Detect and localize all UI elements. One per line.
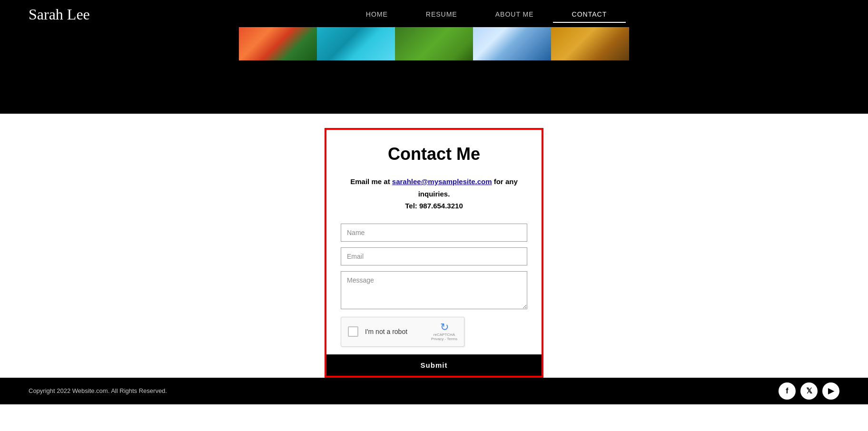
banner-golf (395, 27, 473, 60)
black-spacer (0, 66, 868, 114)
main-nav: HOME RESUME ABOUT ME CONTACT (133, 7, 839, 23)
nav-contact[interactable]: CONTACT (553, 7, 626, 23)
header-top: Sarah Lee HOME RESUME ABOUT ME CONTACT (29, 0, 839, 27)
header: Sarah Lee HOME RESUME ABOUT ME CONTACT (0, 0, 868, 66)
email-input[interactable] (341, 247, 527, 265)
recaptcha-sub: Privacy - Terms (431, 337, 457, 342)
banner-tulips (239, 27, 317, 60)
recaptcha-label: I'm not a robot (365, 328, 426, 335)
recaptcha-widget: I'm not a robot ↻ reCAPTCHA Privacy - Te… (341, 317, 464, 347)
footer-copyright: Copyright 2022 Website.com. All Rights R… (29, 387, 167, 394)
twitter-icon[interactable]: 𝕏 (800, 382, 818, 400)
banner-pool (317, 27, 395, 60)
nav-home[interactable]: HOME (347, 7, 407, 23)
social-icons: f 𝕏 ▶ (779, 382, 839, 400)
recaptcha-icon: ↻ (440, 322, 449, 333)
submit-button[interactable]: Submit (326, 354, 542, 376)
footer: Copyright 2022 Website.com. All Rights R… (0, 378, 868, 404)
name-input[interactable] (341, 224, 527, 242)
recaptcha-checkbox[interactable] (348, 326, 358, 337)
contact-title: Contact Me (341, 144, 527, 164)
banner-strip (239, 27, 629, 60)
tel-label: Tel: 987.654.3210 (405, 202, 463, 210)
message-input[interactable] (341, 271, 527, 309)
contact-info: Email me at sarahlee@mysamplesite.com fo… (341, 176, 527, 212)
banner-skiing (473, 27, 551, 60)
site-title: Sarah Lee (29, 6, 133, 23)
email-prefix: Email me at (350, 177, 392, 186)
facebook-icon[interactable]: f (779, 382, 796, 400)
main-content: Contact Me Email me at sarahlee@mysample… (0, 114, 868, 378)
banner-fishing (551, 27, 629, 60)
youtube-icon[interactable]: ▶ (822, 382, 839, 400)
nav-about[interactable]: ABOUT ME (476, 7, 553, 23)
nav-resume[interactable]: RESUME (407, 7, 476, 23)
recaptcha-brand: reCAPTCHA (434, 333, 455, 337)
recaptcha-logo: ↻ reCAPTCHA Privacy - Terms (431, 322, 457, 342)
contact-form-container: Contact Me Email me at sarahlee@mysample… (325, 128, 543, 378)
contact-email-link[interactable]: sarahlee@mysamplesite.com (392, 177, 492, 186)
